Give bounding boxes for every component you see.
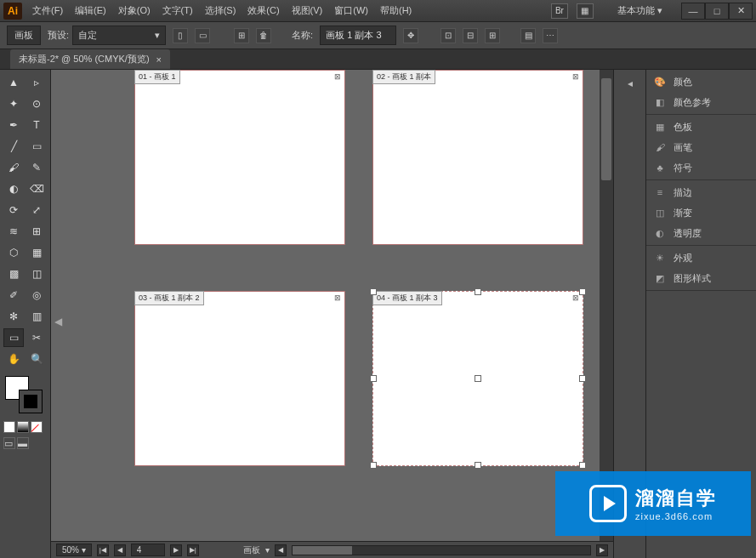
ref-point-icon[interactable]: ⊡ [441,28,456,43]
menu-window[interactable]: 窗口(W) [329,2,373,20]
mesh-tool[interactable]: ▩ [3,265,24,283]
workspace-switcher[interactable]: 基本功能 ▾ [609,3,671,19]
pen-tool[interactable]: ✒ [3,116,24,134]
slice-tool[interactable]: ✂ [26,328,47,347]
eraser-tool[interactable]: ⌫ [26,179,47,198]
doc-tab[interactable]: 未标题-2* @ 50% (CMYK/预览) × [10,49,170,69]
panel-graphic-styles[interactable]: ◩ 图形样式 [646,268,756,288]
screen-mode-normal[interactable]: ▭ [3,437,15,449]
scale-tool[interactable]: ⤢ [26,201,47,219]
hscroll-left[interactable]: ◀ [275,544,287,556]
new-artboard-icon[interactable]: ⊞ [234,28,249,43]
close-button[interactable]: ✕ [729,3,753,20]
horizontal-scrollbar[interactable] [292,545,591,555]
lasso-tool[interactable]: ⊙ [26,94,47,113]
rotate-tool[interactable]: ⟳ [3,201,24,219]
panel-stroke[interactable]: ≡ 描边 [646,182,756,202]
scroll-left-icon[interactable]: ◀ [53,314,63,329]
fill-stroke-swatch[interactable] [3,374,47,417]
color-mode-none[interactable] [31,421,43,433]
nav-last-button[interactable]: ▶| [187,544,199,556]
extra-options-icon[interactable]: ⋯ [543,28,558,43]
move-with-artboard-icon[interactable]: ✥ [403,28,418,43]
graph-tool[interactable]: ▥ [26,307,47,326]
panel-color[interactable]: 🎨 颜色 [646,71,756,92]
resize-handle-se[interactable] [579,462,586,469]
menu-effect[interactable]: 效果(C) [242,2,284,20]
rectangle-tool[interactable]: ▭ [26,137,47,156]
direct-select-tool[interactable]: ▹ [26,73,47,92]
delete-artboard-icon[interactable]: 🗑 [256,28,271,43]
menu-view[interactable]: 视图(V) [287,2,328,20]
center-handle[interactable] [475,375,481,382]
minimize-button[interactable]: — [681,3,705,20]
menu-file[interactable]: 文件(F) [27,2,68,20]
artboard-1[interactable]: 01 - 画板 1 ⊠ [134,70,345,245]
gradient-tool[interactable]: ◫ [26,265,47,283]
artboard-4[interactable]: 04 - 画板 1 副本 3 ⊠ [372,291,583,466]
nav-prev-button[interactable]: ◀ [114,544,126,556]
panel-symbols[interactable]: ♣ 符号 [646,157,756,178]
canvas[interactable]: ◀ 01 - 画板 1 ⊠ 02 - 画板 1 副本 ⊠ 03 - 画板 1 副… [51,70,613,558]
maximize-button[interactable]: □ [705,3,729,20]
hscroll-thumb[interactable] [293,546,352,555]
artboard-2[interactable]: 02 - 画板 1 副本 ⊠ [372,70,583,245]
color-mode-gradient[interactable] [17,421,29,433]
panel-color-guide[interactable]: ◧ 颜色参考 [646,92,756,112]
panel-gradient[interactable]: ◫ 渐变 [646,202,756,223]
menu-object[interactable]: 对象(O) [113,2,156,20]
options-icon[interactable]: ⊞ [485,28,500,43]
panel-swatches[interactable]: ▦ 色板 [646,117,756,137]
nav-first-button[interactable]: |◀ [97,544,109,556]
eyedropper-tool[interactable]: ✐ [3,286,24,305]
nav-next-button[interactable]: ▶ [170,544,182,556]
selection-tool[interactable]: ▲ [3,73,24,92]
blend-tool[interactable]: ◎ [26,286,47,305]
preset-select[interactable]: 自定 ▾ [72,26,166,45]
hand-tool[interactable]: ✋ [3,350,24,368]
panel-brushes[interactable]: 🖌 画笔 [646,137,756,157]
orient-portrait-icon[interactable]: ▯ [173,28,188,43]
artboard-index[interactable]: 4 [131,544,165,556]
artboard-close-icon[interactable]: ⊠ [572,72,581,81]
resize-handle-nw[interactable] [370,288,377,295]
vscroll-thumb[interactable] [601,78,611,180]
magic-wand-tool[interactable]: ✦ [3,94,24,113]
menu-edit[interactable]: 编辑(E) [70,2,111,20]
type-tool[interactable]: T [26,116,47,134]
menu-help[interactable]: 帮助(H) [375,2,417,20]
resize-handle-e[interactable] [579,375,586,382]
resize-handle-w[interactable] [370,375,377,382]
resize-handle-n[interactable] [475,288,481,295]
symbol-sprayer-tool[interactable]: ✻ [3,307,24,326]
perspective-tool[interactable]: ▦ [26,243,47,262]
brush-tool[interactable]: 🖌 [3,158,24,177]
screen-mode-full[interactable]: ▬ [17,437,29,449]
stroke-swatch[interactable] [19,390,43,413]
align-icon[interactable]: ⊟ [463,28,478,43]
line-tool[interactable]: ╱ [3,137,24,156]
close-tab-icon[interactable]: × [156,54,162,65]
bridge-icon[interactable]: Br [551,3,568,19]
resize-handle-sw[interactable] [370,462,377,469]
resize-handle-s[interactable] [475,462,481,469]
panel-appearance[interactable]: ☀ 外观 [646,248,756,268]
blob-brush-tool[interactable]: ◐ [3,179,24,198]
arrange-docs-icon[interactable]: ▦ [577,3,594,19]
color-mode-solid[interactable] [3,421,15,433]
shape-builder-tool[interactable]: ⬡ [3,243,24,262]
artboard-close-icon[interactable]: ⊠ [334,72,343,81]
artboard-options-icon[interactable]: ▤ [520,28,536,43]
zoom-tool[interactable]: 🔍 [26,350,47,368]
resize-handle-ne[interactable] [579,288,586,295]
width-tool[interactable]: ≋ [3,222,24,241]
artboard-tool[interactable]: ▭ [3,328,24,347]
artboard-3[interactable]: 03 - 画板 1 副本 2 ⊠ [134,291,345,466]
hscroll-right[interactable]: ▶ [596,544,608,556]
menu-select[interactable]: 选择(S) [200,2,242,20]
free-transform-tool[interactable]: ⊞ [26,222,47,241]
pencil-tool[interactable]: ✎ [26,158,47,177]
artboard-close-icon[interactable]: ⊠ [334,293,343,302]
dock-expand-icon[interactable]: ◂ [621,75,639,92]
menu-type[interactable]: 文字(T) [157,2,198,20]
